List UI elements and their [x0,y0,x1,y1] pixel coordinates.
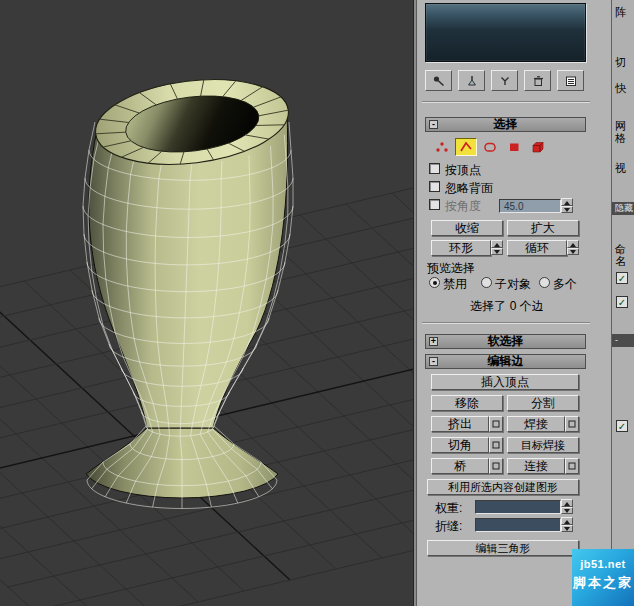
grow-button[interactable]: 扩大 [507,220,579,236]
angle-value-field[interactable]: 45.0 [499,199,561,213]
right-panel-strip: 阵 切 快 网格 视 隐藏 命名 ✓ ✓ - ✓ [611,0,634,606]
by-vertex-label: 按顶点 [445,162,481,179]
weight-field[interactable] [475,500,561,514]
preview-disable-radio[interactable] [429,277,440,288]
edge-icon[interactable] [455,138,477,156]
shrink-button[interactable]: 收缩 [431,220,503,236]
extrude-button[interactable]: 挤出 [431,416,489,432]
vertex-icon[interactable] [431,138,453,156]
rollout-edit-edges-title: 编辑边 [488,353,524,370]
edit-triangulation-button[interactable]: 编辑三角形 [427,540,579,556]
border-icon[interactable] [479,138,501,156]
ring-button[interactable]: 环形 [431,240,491,256]
strip-checkbox[interactable]: ✓ [616,272,628,284]
panel-divider [422,322,590,324]
modifier-stack-list[interactable] [425,3,586,62]
strip-darkbar-label: 隐藏 [615,203,633,213]
loop-spinner[interactable] [567,240,579,255]
command-panel: - 选择 按顶点 忽略背面 按角度 45.0 收缩 扩大 环 [417,0,611,606]
show-end-result-icon[interactable] [458,70,485,91]
watermark-name: 脚本之家 [572,574,634,592]
by-vertex-checkbox[interactable] [429,163,440,174]
element-icon[interactable] [527,138,549,156]
angle-spinner[interactable] [561,198,573,213]
weld-settings-icon[interactable] [565,416,579,432]
weight-label: 权重: [435,500,462,517]
viewport-3d[interactable] [0,0,413,606]
chamfer-settings-icon[interactable] [489,437,503,453]
connect-settings-icon[interactable] [565,458,579,474]
loop-button[interactable]: 循环 [507,240,567,256]
bridge-button[interactable]: 桥 [431,458,489,474]
rollout-soft-selection[interactable]: + 软选择 [425,334,586,349]
ignore-backfacing-label: 忽略背面 [445,180,493,197]
ring-spinner[interactable] [491,240,503,255]
rollout-soft-selection-title: 软选择 [488,333,524,350]
application-window: - 选择 按顶点 忽略背面 按角度 45.0 收缩 扩大 环 [0,0,634,606]
strip-rollout-fragment[interactable]: - [612,334,634,347]
extrude-settings-icon[interactable] [489,416,503,432]
collapse-icon[interactable]: - [429,357,438,366]
configure-modifier-sets-icon[interactable] [557,70,584,91]
rollout-edit-edges[interactable]: - 编辑边 [425,354,586,369]
pin-stack-icon[interactable] [425,70,452,91]
preview-disable-label: 禁用 [443,276,467,293]
watermark: jb51.net 脚本之家 [572,549,634,606]
crease-field[interactable] [475,518,561,532]
selection-status-text: 选择了 0 个边 [417,298,597,315]
strip-collapse-fragment: - [615,335,618,345]
viewport-svg [0,0,413,606]
strip-checkbox[interactable]: ✓ [616,296,628,308]
strip-label: 网格 [615,120,634,144]
ignore-backfacing-checkbox[interactable] [429,181,440,192]
strip-label: 命名 [615,243,634,267]
collapse-icon[interactable]: - [429,120,438,129]
remove-modifier-icon[interactable] [524,70,551,91]
bridge-settings-icon[interactable] [489,458,503,474]
target-weld-button[interactable]: 目标焊接 [507,437,579,453]
split-button[interactable]: 分割 [507,395,579,411]
polygon-icon[interactable] [503,138,525,156]
make-unique-icon[interactable] [491,70,518,91]
panel-divider [422,101,590,103]
strip-rollout-fragment[interactable]: 隐藏 [612,202,634,215]
strip-label: 快 [615,82,634,94]
expand-icon[interactable]: + [429,337,438,346]
preview-subobj-radio[interactable] [481,277,492,288]
by-angle-label: 按角度 [445,198,481,215]
strip-label: 阵 [615,6,634,18]
preview-multiple-radio[interactable] [539,277,550,288]
by-angle-checkbox[interactable] [429,199,440,210]
strip-checkbox[interactable]: ✓ [616,420,628,432]
preview-multiple-label: 多个 [553,276,577,293]
remove-button[interactable]: 移除 [431,395,503,411]
weld-button[interactable]: 焊接 [507,416,565,432]
preview-selection-label: 预览选择 [427,260,475,277]
rollout-selection[interactable]: - 选择 [425,117,586,132]
watermark-site: jb51.net [572,558,634,570]
crease-label: 折缝: [435,518,462,535]
crease-spinner[interactable] [561,517,573,532]
insert-vertex-button[interactable]: 插入顶点 [431,374,579,390]
connect-button[interactable]: 连接 [507,458,565,474]
weight-spinner[interactable] [561,499,573,514]
create-shape-button[interactable]: 利用所选内容创建图形 [427,479,579,495]
strip-label: 视 [615,162,634,174]
strip-label: 切 [615,56,634,68]
chamfer-button[interactable]: 切角 [431,437,489,453]
preview-subobj-label: 子对象 [495,276,531,293]
rollout-selection-title: 选择 [494,116,518,133]
